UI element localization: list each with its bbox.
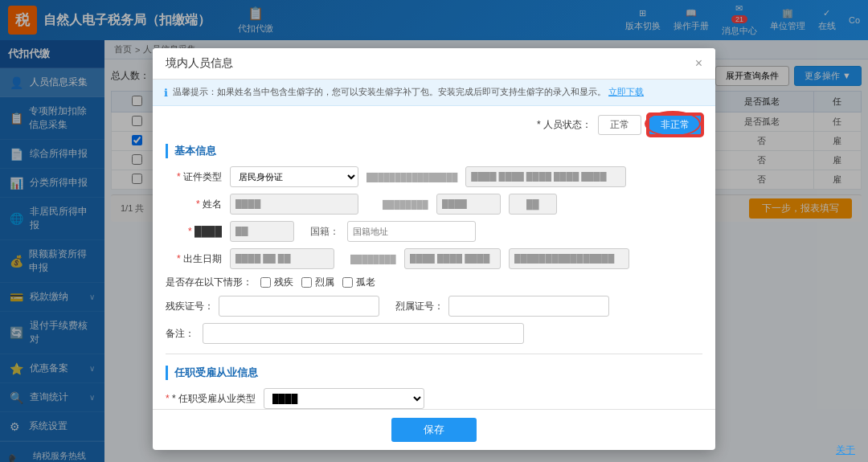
nationality-input[interactable] <box>347 221 476 242</box>
emp-type-label: * 任职受雇从业类型 <box>166 392 256 406</box>
dialog-footer: 保存 <box>153 409 715 450</box>
status-abnormal-container: 非正常 <box>648 114 702 136</box>
person-status-label: * 人员状态： <box>537 118 592 132</box>
status-abnormal-button[interactable]: 非正常 <box>648 114 702 136</box>
close-link[interactable]: 关于 <box>836 444 855 456</box>
field6-input[interactable] <box>509 248 629 269</box>
field4-input[interactable] <box>230 221 294 242</box>
basic-info-section-title: 基本信息 <box>166 144 702 158</box>
condition-elderly[interactable]: 孤老 <box>342 276 375 289</box>
disabled-cert-group: 残疾证号： <box>166 296 379 317</box>
employment-type-row: * 任职受雇从业类型 ████ <box>166 388 702 409</box>
elderly-checkbox[interactable] <box>342 277 353 288</box>
cert-type-select[interactable]: 居民身份证 <box>230 166 358 187</box>
field3-input[interactable] <box>436 194 501 215</box>
martyr-cert-label: 烈属证号： <box>395 300 444 313</box>
remarks-input[interactable] <box>203 323 524 344</box>
birth-input[interactable] <box>230 248 334 269</box>
nationality-label: 国籍： <box>310 225 339 239</box>
conditions-row: 是否存在以下情形： 残疾 烈属 孤老 <box>166 276 702 289</box>
disabled-cert-input[interactable] <box>219 296 379 317</box>
cert-type-label: 证件类型 <box>166 170 222 184</box>
remarks-label: 备注： <box>166 327 194 341</box>
disabled-checkbox[interactable] <box>260 277 271 288</box>
name-input[interactable] <box>230 194 358 215</box>
notice-info-icon: ℹ <box>164 87 168 99</box>
condition-disabled[interactable]: 残疾 <box>260 276 293 289</box>
martyr-cert-input[interactable] <box>448 296 609 317</box>
emp-type-select[interactable]: ████ <box>264 388 424 409</box>
notice-text: 温馨提示：如果姓名当中包含生僻字的，您可以安装生僻字补丁包。安装完成后即可支持生… <box>173 86 644 98</box>
field5-input[interactable] <box>404 248 501 269</box>
dialog-notice: ℹ 温馨提示：如果姓名当中包含生僻字的，您可以安装生僻字补丁包。安装完成后即可支… <box>153 80 715 106</box>
field3-placeholder: ████████ <box>383 200 428 209</box>
field4-label: ████ <box>166 226 222 237</box>
cert-row: 残疾证号： 烈属证号： <box>166 296 702 317</box>
birth-label: 出生日期 <box>166 252 222 266</box>
dialog-title: 境内人员信息 <box>166 56 233 71</box>
name-row: 姓名 ████████ ██ <box>166 194 702 215</box>
dialog-body: * 人员状态： 正常 非正常 基本信息 证件类型 居民身份证 █████████… <box>153 106 715 409</box>
field3-extra: ██ <box>509 194 557 215</box>
divider <box>166 354 702 354</box>
conditions-label: 是否存在以下情形： <box>166 276 252 289</box>
employment-section: 任职受雇从业信息 * 任职受雇从业类型 ████ * 任职受雇从业日期 📅 <box>166 366 702 409</box>
martyr-checkbox[interactable] <box>301 277 312 288</box>
status-normal-button[interactable]: 正常 <box>598 115 641 135</box>
cert-type-row: 证件类型 居民身份证 ████████████████ <box>166 166 702 187</box>
remarks-row: 备注： <box>166 323 702 344</box>
martyr-cert-group: 烈属证号： <box>395 296 609 317</box>
employment-section-title: 任职受雇从业信息 <box>166 366 702 380</box>
person-status-row: * 人员状态： 正常 非正常 <box>166 114 702 136</box>
name-label: 姓名 <box>166 198 222 211</box>
dialog: 境内人员信息 × ℹ 温馨提示：如果姓名当中包含生僻字的，您可以安装生僻字补丁包… <box>153 48 715 450</box>
save-button[interactable]: 保存 <box>391 418 477 442</box>
birth-row: 出生日期 ████████ <box>166 248 702 269</box>
dialog-close-button[interactable]: × <box>695 57 702 70</box>
overlay: 境内人员信息 × ℹ 温馨提示：如果姓名当中包含生僻字的，您可以安装生僻字补丁包… <box>0 0 868 462</box>
cert-no-placeholder: ████████████████ <box>366 173 457 182</box>
dialog-header: 境内人员信息 × <box>153 48 715 80</box>
disabled-cert-label: 残疾证号： <box>166 300 214 313</box>
cert-no-input[interactable] <box>465 166 626 187</box>
condition-martyr[interactable]: 烈属 <box>301 276 334 289</box>
notice-download-link[interactable]: 立即下载 <box>608 87 644 96</box>
field4-row: ████ 国籍： <box>166 221 702 242</box>
